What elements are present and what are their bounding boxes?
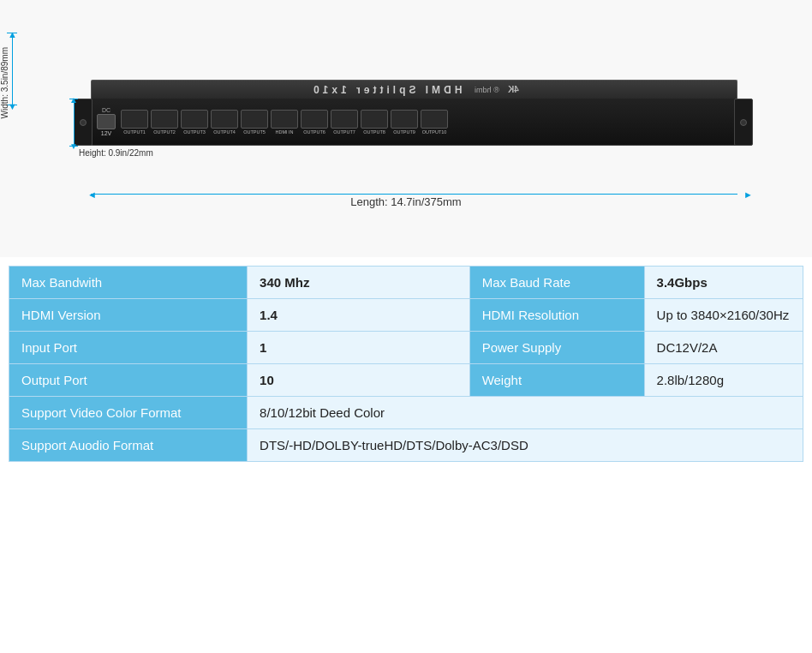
port-output8: OUTPUT8 <box>361 110 388 135</box>
spec-row-video-color: Support Video Color Format 8/10/12bit De… <box>9 397 803 429</box>
spec-row-1: Max Bandwith 340 Mhz Max Baud Rate 3.4Gb… <box>9 267 803 299</box>
port-output9: OUTPUT9 <box>391 110 418 135</box>
port-output5: OUTPUT5 <box>241 110 268 135</box>
label-audio-format: Support Auodio Format <box>9 429 248 462</box>
height-arr-top: ▲ <box>69 95 78 105</box>
label-power-supply: Power Supply <box>469 332 644 364</box>
port-output1: OUTPUT1 <box>121 110 148 135</box>
device-title: HDMI Splitter 1x10 <box>310 84 462 96</box>
device-top-face: HDMI Splitter 1x10 ® hdmi 4K <box>91 80 737 99</box>
label-hdmi-version: HDMI Version <box>9 299 248 332</box>
value-input-port: 1 <box>248 332 470 364</box>
label-input-port: Input Port <box>9 332 248 364</box>
hdmi-ports-row: OUTPUT1 OUTPUT2 OUTPUT3 OUTPUT4 <box>121 110 731 135</box>
spec-row-4: Output Port 10 Weight 2.8lb/1280g <box>9 364 803 397</box>
spec-row-3: Input Port 1 Power Supply DC12V/2A <box>9 332 803 364</box>
dc-power-section: DC 12V <box>97 107 116 136</box>
port-output3: OUTPUT3 <box>181 110 208 135</box>
length-arr-right: ► <box>743 189 753 200</box>
value-weight: 2.8lb/1280g <box>644 364 803 397</box>
device-4k: 4K <box>508 85 519 94</box>
value-power-supply: DC12V/2A <box>644 332 803 364</box>
label-video-color-format: Support Video Color Format <box>9 397 248 429</box>
port-output10: OUTPUT10 <box>421 110 448 135</box>
height-dim-line <box>74 99 75 146</box>
dc-voltage: 12V <box>101 130 111 136</box>
port-output7: OUTPUT7 <box>331 110 358 135</box>
dc-port <box>97 114 116 129</box>
value-output-port: 10 <box>248 364 470 397</box>
device-container: HDMI Splitter 1x10 ® hdmi 4K DC 12V OUTP… <box>55 56 757 210</box>
value-hdmi-version: 1.4 <box>248 299 470 332</box>
value-max-baud-rate: 3.4Gbps <box>644 267 803 299</box>
mount-ear-right <box>734 99 753 146</box>
port-output6: OUTPUT6 <box>301 110 328 135</box>
width-arrow-top: ▲ <box>8 29 17 39</box>
height-dimension-label: Height: 0.9in/22mm <box>79 148 153 158</box>
label-output-port: Output Port <box>9 364 248 397</box>
label-max-bandwith: Max Bandwith <box>9 267 248 299</box>
port-output4: OUTPUT4 <box>211 110 238 135</box>
label-weight: Weight <box>469 364 644 397</box>
spec-row-2: HDMI Version 1.4 HDMI Resolution Up to 3… <box>9 299 803 332</box>
device-front-face: DC 12V OUTPUT1 OUTPUT2 OUT <box>91 99 737 146</box>
device-brand: ® hdmi <box>475 86 499 94</box>
value-hdmi-resolution: Up to 3840×2160/30Hz <box>644 299 803 332</box>
label-hdmi-resolution: HDMI Resolution <box>469 299 644 332</box>
h-tick-top <box>69 99 78 99</box>
mount-ear-left <box>74 99 93 146</box>
width-dimension-label: Width: 3.5in/89mm <box>0 47 9 118</box>
length-dim-line <box>91 194 737 195</box>
specs-table: Max Bandwith 340 Mhz Max Baud Rate 3.4Gb… <box>9 266 803 462</box>
port-output2: OUTPUT2 <box>151 110 178 135</box>
port-hdmi-in: HDMI IN <box>271 110 298 135</box>
dc-label: DC <box>102 107 110 113</box>
length-dimension-label: Length: 14.7in/375mm <box>350 195 461 208</box>
length-arr-left: ◄ <box>87 189 97 200</box>
label-max-baud-rate: Max Baud Rate <box>469 267 644 299</box>
value-audio-format: DTS/-HD/DOLBY-trueHD/DTS/Dolby-AC3/DSD <box>248 429 803 462</box>
product-image-area: ▲ ▼ Width: 3.5in/89mm HDMI Splitter 1x10… <box>0 0 812 257</box>
value-max-bandwith: 340 Mhz <box>248 267 470 299</box>
value-video-color-format: 8/10/12bit Deed Color <box>248 397 803 429</box>
h-tick-bottom <box>69 146 78 147</box>
spec-row-audio-format: Support Auodio Format DTS/-HD/DOLBY-true… <box>9 429 803 462</box>
tick-top <box>7 33 17 33</box>
width-dimension-line <box>12 33 13 105</box>
